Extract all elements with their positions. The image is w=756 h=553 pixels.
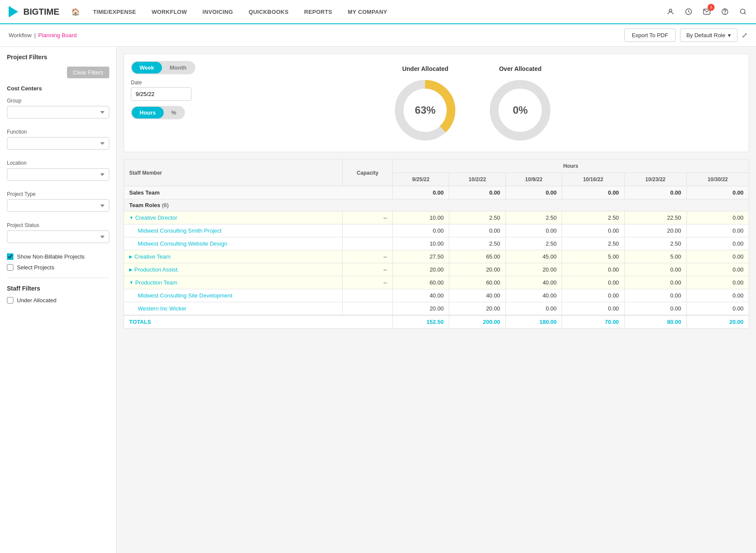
collapse-icon: ▼ — [129, 280, 133, 285]
clear-filters-button[interactable]: Clear Filters — [67, 67, 109, 78]
content: Week Month Date Hours % Under Allocated — [117, 47, 756, 553]
cell-2-4: 22.50 — [624, 211, 686, 224]
cell-6-0: 20.00 — [393, 263, 449, 276]
cell-3-3: 0.00 — [562, 224, 624, 237]
cell-6-2: 20.00 — [505, 263, 562, 276]
under-allocated-chart: Under Allocated 63% — [391, 65, 460, 145]
month-button[interactable]: Month — [162, 62, 194, 74]
capacity-cell — [343, 302, 393, 316]
col-capacity: Capacity — [343, 160, 393, 186]
over-allocated-donut: 0% — [486, 76, 555, 145]
svg-point-6 — [725, 13, 725, 13]
table-row: ▶ Creative Team -- 27.5065.0045.005.005.… — [124, 250, 749, 263]
col-hours-group: Hours — [393, 160, 749, 173]
total-cell-1: 200.00 — [449, 315, 505, 329]
show-non-billable-label: Show Non-Billable Projects — [17, 253, 85, 260]
role-label[interactable]: ▶ Production Assist. — [124, 263, 343, 276]
nav-invoicing[interactable]: INVOICING — [195, 0, 241, 24]
project-status-filter-select[interactable] — [7, 230, 109, 243]
show-non-billable-checkbox[interactable] — [7, 253, 13, 260]
project-label[interactable]: Midwest Consulting Smith Project — [124, 224, 343, 237]
export-pdf-button[interactable]: Export To PDF — [624, 29, 675, 42]
cell-4-1: 2.50 — [449, 237, 505, 250]
cell-5-5: 0.00 — [686, 250, 749, 263]
help-icon-button[interactable] — [719, 6, 731, 18]
user-icon-button[interactable] — [664, 6, 677, 18]
mail-icon-button[interactable]: 3 — [701, 6, 713, 18]
cell-9-0: 20.00 — [393, 302, 449, 316]
cell-4-0: 10.00 — [393, 237, 449, 250]
total-cell-4: 80.00 — [624, 315, 686, 329]
under-allocated-checkbox[interactable] — [7, 297, 13, 304]
cell-9-4: 0.00 — [624, 302, 686, 316]
totals-row: TOTALS 152.50200.00180.0070.0080.0020.00 — [124, 315, 749, 329]
cell-0-4: 0.00 — [624, 186, 686, 199]
function-filter-select[interactable] — [7, 137, 109, 150]
table-row: ▶ Production Assist. -- 20.0020.0020.000… — [124, 263, 749, 276]
role-label[interactable]: ▶ Creative Team — [124, 250, 343, 263]
home-button[interactable]: 🏠 — [70, 6, 82, 18]
role-label[interactable]: ▼ Creative Director — [124, 211, 343, 224]
group-filter-label: Group — [7, 98, 109, 104]
controls-section: Week Month Date Hours % — [131, 61, 195, 119]
logo-icon — [7, 5, 21, 19]
group-filter: Group — [7, 98, 109, 124]
cell-7-0: 60.00 — [393, 276, 449, 289]
location-filter: Location — [7, 160, 109, 186]
cell-7-5: 0.00 — [686, 276, 749, 289]
table-row: Sales Team 0.000.000.000.000.000.00 — [124, 186, 749, 199]
cell-3-1: 0.00 — [449, 224, 505, 237]
cell-7-1: 60.00 — [449, 276, 505, 289]
top-nav: BIGTIME 🏠 TIME/EXPENSE WORKFLOW INVOICIN… — [0, 0, 756, 24]
cell-0-1: 0.00 — [449, 186, 505, 199]
total-cell-2: 180.00 — [505, 315, 562, 329]
nav-reports[interactable]: REPORTS — [296, 0, 340, 24]
cell-2-5: 0.00 — [686, 211, 749, 224]
cell-2-0: 10.00 — [393, 211, 449, 224]
cell-6-5: 0.00 — [686, 263, 749, 276]
cell-8-3: 0.00 — [562, 289, 624, 302]
project-label[interactable]: Midwest Consulting Website Design — [124, 237, 343, 250]
expand-icon: ▶ — [129, 254, 133, 259]
svg-rect-1 — [9, 6, 10, 17]
group-filter-select[interactable] — [7, 106, 109, 118]
nav-quickbooks[interactable]: QUICKBOOKS — [241, 0, 296, 24]
nav-links: TIME/EXPENSE WORKFLOW INVOICING QUICKBOO… — [85, 0, 661, 24]
cell-4-3: 2.50 — [562, 237, 624, 250]
cell-8-2: 40.00 — [505, 289, 562, 302]
project-label[interactable]: Western Inc Wicker — [124, 302, 343, 316]
role-dropdown-button[interactable]: By Default Role ▾ — [680, 29, 737, 42]
project-type-filter-label: Project Type — [7, 191, 109, 197]
week-button[interactable]: Week — [132, 62, 162, 74]
clock-icon-button[interactable] — [683, 6, 695, 18]
nav-icons: 3 — [664, 6, 749, 18]
location-filter-label: Location — [7, 160, 109, 166]
svg-marker-0 — [10, 6, 18, 17]
under-allocated-label: Under Allocated — [17, 297, 57, 304]
expand-icon[interactable]: ⤢ — [742, 31, 747, 39]
breadcrumb-parent[interactable]: Workflow — [9, 32, 32, 38]
select-projects-checkbox[interactable] — [7, 264, 13, 271]
nav-my-company[interactable]: MY COMPANY — [340, 0, 395, 24]
svg-point-2 — [669, 9, 672, 12]
table-row: ▼ Production Team -- 60.0060.0040.000.00… — [124, 276, 749, 289]
collapse-icon: ▼ — [129, 215, 133, 220]
search-icon-button[interactable] — [737, 6, 749, 18]
hours-button[interactable]: Hours — [132, 107, 164, 118]
project-type-filter-select[interactable] — [7, 199, 109, 212]
cell-2-3: 2.50 — [562, 211, 624, 224]
week-month-toggle: Week Month — [131, 61, 195, 74]
date-input[interactable] — [131, 87, 191, 101]
cell-4-5: 0.00 — [686, 237, 749, 250]
cell-5-1: 65.00 — [449, 250, 505, 263]
role-label[interactable]: ▼ Production Team — [124, 276, 343, 289]
cell-9-1: 20.00 — [449, 302, 505, 316]
location-filter-select[interactable] — [7, 168, 109, 181]
percent-button[interactable]: % — [164, 107, 184, 118]
capacity-cell: -- — [343, 276, 393, 289]
nav-time-expense[interactable]: TIME/EXPENSE — [85, 0, 144, 24]
breadcrumb-current: Planning Board — [38, 32, 77, 38]
nav-workflow[interactable]: WORKFLOW — [144, 0, 195, 24]
cell-8-5: 0.00 — [686, 289, 749, 302]
project-label[interactable]: Midwest Consulting Site Development — [124, 289, 343, 302]
